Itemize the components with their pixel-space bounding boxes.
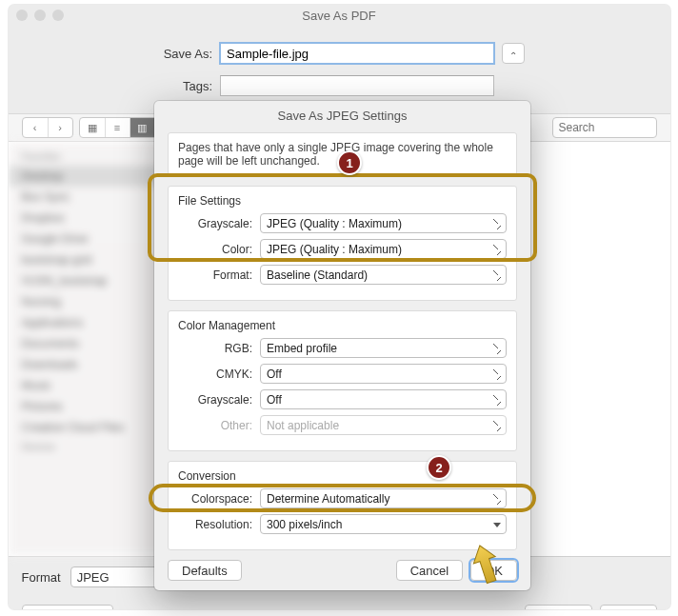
sidebar-head-favorites: Favorites bbox=[9, 148, 166, 166]
chevron-up-icon bbox=[509, 49, 517, 59]
format-select-sheet[interactable]: Baseline (Standard) bbox=[260, 265, 507, 285]
color-management-title: Color Management bbox=[178, 319, 507, 332]
window-title: Save As PDF bbox=[9, 9, 670, 23]
file-settings-title: File Settings bbox=[178, 194, 507, 208]
sidebar-item[interactable]: Pictures bbox=[9, 396, 166, 417]
save-as-label: Save As: bbox=[153, 47, 212, 61]
nav-back-forward[interactable]: ‹ › bbox=[22, 117, 73, 138]
other-label: Other: bbox=[178, 419, 252, 432]
back-icon[interactable]: ‹ bbox=[23, 118, 48, 137]
tags-row: Tags: bbox=[9, 70, 670, 102]
sidebar-item[interactable]: Applications bbox=[9, 312, 166, 333]
save-as-input[interactable] bbox=[220, 43, 494, 64]
color-select[interactable]: JPEG (Quality : Maximum) bbox=[260, 239, 507, 259]
sidebar-item[interactable]: Google Drive bbox=[9, 229, 166, 249]
sheet-actions: Defaults Cancel OK bbox=[154, 550, 530, 581]
save-button[interactable]: Save bbox=[600, 605, 657, 609]
grayscale-select[interactable]: JPEG (Quality : Maximum) bbox=[260, 213, 507, 233]
cancel-button[interactable]: Cancel bbox=[525, 605, 591, 609]
defaults-button[interactable]: Defaults bbox=[168, 560, 242, 581]
sidebar-item[interactable]: Documents bbox=[9, 333, 166, 354]
resolution-label: Resolution: bbox=[178, 518, 252, 531]
annotation-badge-1: 1 bbox=[337, 150, 362, 175]
rgb-label: RGB: bbox=[178, 342, 252, 355]
sidebar-item[interactable]: Creative Cloud Files bbox=[9, 417, 166, 438]
grayscale-label: Grayscale: bbox=[178, 217, 252, 230]
grayscale-cm-label: Grayscale: bbox=[178, 393, 252, 407]
annotation-badge-2: 2 bbox=[427, 455, 451, 480]
sheet-cancel-button[interactable]: Cancel bbox=[396, 560, 463, 581]
sidebar[interactable]: Favorites Desktop Box Sync Dropbox Googl… bbox=[9, 142, 166, 556]
sidebar-item[interactable]: Nursing bbox=[9, 291, 166, 312]
tags-input[interactable] bbox=[220, 75, 494, 96]
sidebar-item[interactable]: bootstrap-grid bbox=[9, 249, 166, 270]
conversion-group: Conversion Colorspace: Determine Automat… bbox=[168, 461, 517, 550]
colorspace-label: Colorspace: bbox=[178, 492, 252, 506]
sidebar-item[interactable]: Music bbox=[9, 375, 166, 396]
titlebar: Save As PDF bbox=[9, 5, 670, 26]
resolution-select[interactable]: 300 pixels/inch bbox=[260, 514, 507, 534]
conversion-title: Conversion bbox=[178, 469, 507, 483]
action-bar: New Folder Cancel Save bbox=[9, 597, 670, 609]
sidebar-item[interactable]: Box Sync bbox=[9, 187, 166, 208]
sidebar-item[interactable]: Downloads bbox=[9, 354, 166, 375]
sidebar-item[interactable]: Dropbox bbox=[9, 208, 166, 229]
tags-label: Tags: bbox=[153, 79, 212, 93]
grayscale-cm-select[interactable]: Off bbox=[260, 389, 507, 409]
save-as-row: Save As: bbox=[9, 37, 670, 70]
color-management-group: Color Management RGB: Embed profile CMYK… bbox=[168, 310, 517, 451]
color-label: Color: bbox=[178, 243, 252, 256]
other-select: Not applicable bbox=[260, 415, 507, 435]
file-settings-group: File Settings Grayscale: JPEG (Quality :… bbox=[168, 186, 517, 301]
format-label: Format bbox=[22, 570, 61, 585]
sidebar-item[interactable]: Desktop bbox=[9, 166, 166, 187]
sidebar-head-devices: Devices bbox=[9, 438, 166, 456]
forward-icon[interactable]: › bbox=[48, 118, 72, 137]
ok-button[interactable]: OK bbox=[470, 560, 517, 581]
format-value: JPEG bbox=[77, 570, 110, 585]
expand-button[interactable] bbox=[502, 43, 525, 64]
sheet-title: Save As JPEG Settings bbox=[154, 101, 530, 132]
rgb-select[interactable]: Embed profile bbox=[260, 338, 507, 358]
search-input[interactable] bbox=[552, 117, 657, 138]
cmyk-label: CMYK: bbox=[178, 368, 252, 381]
list-view-icon[interactable]: ≡ bbox=[105, 118, 130, 137]
cmyk-select[interactable]: Off bbox=[260, 364, 507, 384]
sidebar-item[interactable]: VUSN_bootstrap bbox=[9, 270, 166, 291]
new-folder-button[interactable]: New Folder bbox=[22, 605, 113, 609]
icon-view-icon[interactable]: ▦ bbox=[80, 118, 105, 137]
format-label: Format: bbox=[178, 268, 252, 282]
jpeg-settings-sheet: Save As JPEG Settings Pages that have on… bbox=[154, 101, 530, 590]
colorspace-select[interactable]: Determine Automatically bbox=[260, 488, 507, 508]
column-view-icon[interactable]: ▥ bbox=[130, 118, 154, 137]
